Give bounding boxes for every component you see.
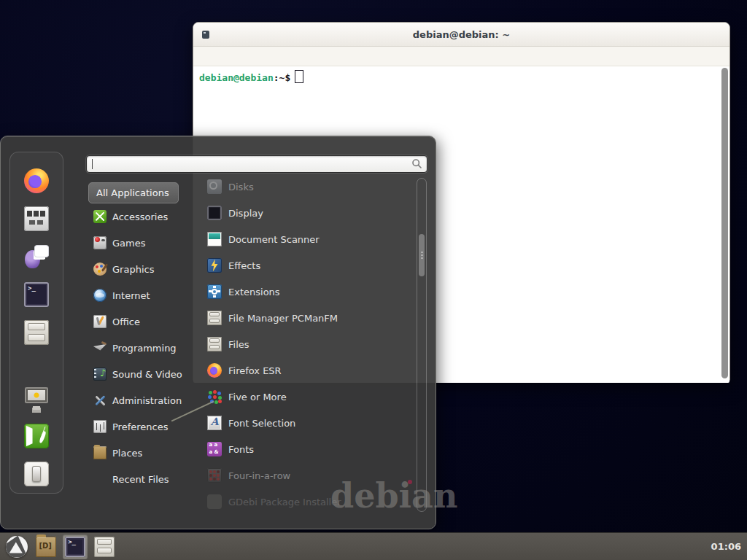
category-item[interactable]: Games (88, 230, 208, 256)
settings-keyboard-icon (24, 206, 49, 231)
taskbar-button[interactable] (4, 534, 29, 559)
taskbar-button[interactable] (34, 534, 58, 559)
category-list: All Applications Accessories Games Graph… (88, 182, 208, 492)
menu-scrollbar-thumb[interactable] (419, 234, 425, 276)
application-label: Extensions (228, 287, 280, 298)
files-icon (207, 337, 222, 351)
terminal-icon (65, 537, 85, 557)
category-label: Recent Files (112, 474, 169, 485)
terminal-scrollbar[interactable] (721, 68, 728, 378)
favorite-item[interactable] (10, 238, 63, 276)
category-item[interactable]: Programming (88, 335, 208, 361)
application-item[interactable]: File Manager PCManFM (207, 305, 409, 331)
firefox-icon (207, 363, 222, 378)
favorite-item[interactable] (10, 314, 63, 351)
fonts-icon (207, 442, 222, 456)
application-item[interactable]: Disks (207, 174, 409, 200)
application-item[interactable]: Extensions (207, 279, 409, 305)
favorite-item[interactable] (10, 351, 63, 379)
category-item[interactable]: Office (88, 308, 208, 335)
application-item[interactable]: Font Selection (207, 410, 409, 436)
logout-icon (24, 424, 49, 448)
games-icon (93, 236, 107, 249)
clock[interactable]: 01:06 (711, 541, 741, 552)
accessories-icon (93, 210, 107, 223)
gdebi-icon (207, 494, 222, 509)
category-item[interactable]: Internet (88, 282, 208, 308)
disks-icon (207, 179, 222, 194)
search-icon (411, 158, 422, 169)
application-item[interactable]: Effects (207, 252, 409, 279)
category-label: Games (112, 238, 145, 249)
application-label: Font Selection (228, 418, 295, 429)
taskbar-button[interactable] (63, 534, 88, 559)
category-item[interactable]: Graphics (88, 256, 208, 282)
favorite-item[interactable] (10, 200, 63, 238)
sound-video-icon (93, 368, 107, 381)
category-label: Sound & Video (112, 369, 182, 380)
menu-button-icon (6, 536, 28, 558)
application-label: Document Scanner (228, 234, 320, 245)
category-label: Places (112, 448, 142, 459)
folder-debian-icon (36, 537, 56, 557)
terminal-menubar (193, 47, 729, 66)
category-label: Accessories (112, 211, 168, 222)
favorite-item[interactable] (10, 379, 63, 417)
application-label: Disks (228, 182, 254, 192)
application-item[interactable]: Five or More (207, 384, 409, 410)
category-item[interactable]: Accessories (88, 203, 208, 230)
internet-icon (93, 289, 107, 302)
desktop: debian@debian: ~ debian@debian:~$ (0, 0, 747, 560)
firefox-icon (24, 168, 49, 193)
favorite-item[interactable] (10, 455, 63, 493)
application-label: Effects (228, 260, 260, 271)
programming-icon (93, 341, 107, 354)
application-label: Display (228, 208, 263, 219)
category-item[interactable]: All Applications (88, 182, 179, 203)
category-item[interactable]: Places (88, 440, 208, 466)
window-controls (660, 30, 719, 39)
taskbar-button[interactable] (92, 534, 117, 559)
effects-icon (207, 258, 222, 273)
category-label: All Applications (96, 187, 169, 198)
debian-watermark: debian (330, 476, 457, 516)
application-label: Five or More (228, 392, 287, 402)
file-cabinet-icon (24, 320, 49, 345)
taskbar: 01:06 (0, 532, 747, 560)
category-label: Office (112, 316, 140, 327)
application-item[interactable]: Firefox ESR (207, 357, 409, 384)
category-label: Internet (112, 290, 150, 301)
window-control[interactable] (710, 30, 719, 39)
favorite-item[interactable] (10, 417, 63, 455)
application-item[interactable]: Files (207, 331, 409, 357)
lock-screen-icon (24, 386, 49, 411)
file-cabinet-icon (94, 537, 115, 557)
application-list: Disks Display Document Scanner Effects E… (207, 174, 409, 515)
application-label: Fonts (228, 444, 254, 455)
terminal-titlebar[interactable]: debian@debian: ~ (193, 23, 729, 47)
favorite-item[interactable] (10, 162, 63, 200)
terminal-cursor (295, 70, 303, 83)
window-control[interactable] (685, 30, 694, 39)
file-manager-icon (207, 311, 222, 325)
prompt-suffix: :~$ (274, 72, 290, 83)
category-item[interactable]: Administration (88, 387, 208, 413)
search-input[interactable] (87, 156, 427, 172)
terminal-window-title: debian@debian: ~ (193, 29, 729, 40)
text-caret (92, 159, 93, 169)
category-item[interactable]: Preferences (88, 413, 208, 440)
window-control[interactable] (660, 30, 670, 39)
category-item[interactable]: Sound & Video (88, 361, 208, 387)
application-item[interactable]: Document Scanner (207, 226, 409, 252)
prompt-user-host: debian@debian (199, 72, 274, 83)
preferences-icon (93, 420, 107, 433)
favorite-item[interactable] (10, 276, 63, 314)
administration-icon (93, 394, 107, 407)
office-icon (93, 315, 107, 328)
font-selection-icon (207, 416, 222, 430)
application-item[interactable]: Fonts (207, 436, 409, 462)
category-item[interactable]: Recent Files (88, 466, 208, 492)
application-item[interactable]: Display (207, 200, 409, 226)
menu-scrollbar-track[interactable] (417, 178, 427, 512)
application-menu: All Applications Accessories Games Graph… (0, 136, 436, 529)
